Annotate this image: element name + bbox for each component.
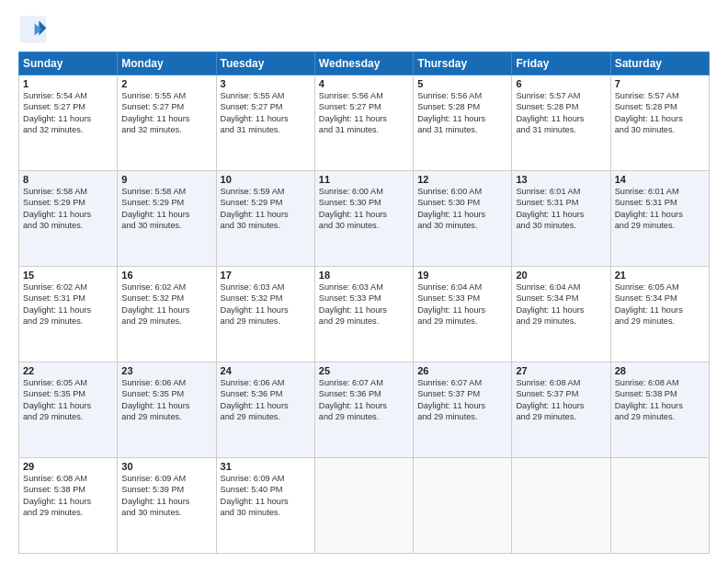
day-info: Sunrise: 6:04 AM Sunset: 5:34 PM Dayligh… [516, 282, 606, 327]
day-info: Sunrise: 5:59 AM Sunset: 5:29 PM Dayligh… [221, 186, 311, 232]
day-number: 10 [221, 174, 311, 185]
day-number: 21 [615, 270, 705, 281]
table-row: 12Sunrise: 6:00 AM Sunset: 5:30 PM Dayli… [414, 171, 512, 267]
col-tuesday: Tuesday [216, 52, 314, 75]
day-number: 15 [23, 270, 113, 281]
day-number: 26 [417, 365, 507, 376]
table-row: 2Sunrise: 5:55 AM Sunset: 5:27 PM Daylig… [118, 75, 216, 171]
table-row: 26Sunrise: 6:07 AM Sunset: 5:37 PM Dayli… [414, 362, 512, 458]
day-number: 31 [221, 461, 311, 472]
day-info: Sunrise: 5:54 AM Sunset: 5:27 PM Dayligh… [23, 90, 113, 136]
col-wednesday: Wednesday [314, 52, 413, 75]
col-thursday: Thursday [414, 52, 512, 75]
day-number: 28 [615, 365, 705, 376]
day-info: Sunrise: 6:03 AM Sunset: 5:32 PM Dayligh… [221, 282, 311, 327]
table-row: 23Sunrise: 6:06 AM Sunset: 5:35 PM Dayli… [118, 362, 216, 458]
table-row: 6Sunrise: 5:57 AM Sunset: 5:28 PM Daylig… [512, 75, 610, 171]
table-row [414, 458, 512, 554]
day-number: 24 [221, 365, 311, 376]
table-row: 29Sunrise: 6:08 AM Sunset: 5:38 PM Dayli… [19, 458, 118, 554]
table-row: 9Sunrise: 5:58 AM Sunset: 5:29 PM Daylig… [118, 171, 216, 267]
day-info: Sunrise: 5:55 AM Sunset: 5:27 PM Dayligh… [121, 90, 211, 136]
table-row: 24Sunrise: 6:06 AM Sunset: 5:36 PM Dayli… [216, 362, 314, 458]
day-info: Sunrise: 6:01 AM Sunset: 5:31 PM Dayligh… [615, 186, 705, 232]
day-info: Sunrise: 6:06 AM Sunset: 5:36 PM Dayligh… [221, 377, 311, 423]
logo [18, 15, 51, 44]
col-monday: Monday [118, 52, 216, 75]
day-number: 5 [417, 78, 507, 89]
week-row-5: 29Sunrise: 6:08 AM Sunset: 5:38 PM Dayli… [19, 458, 710, 554]
day-number: 8 [23, 174, 113, 185]
day-number: 12 [417, 174, 507, 185]
day-info: Sunrise: 6:04 AM Sunset: 5:33 PM Dayligh… [417, 282, 507, 327]
day-number: 7 [615, 78, 705, 89]
table-row: 31Sunrise: 6:09 AM Sunset: 5:40 PM Dayli… [216, 458, 314, 554]
day-number: 29 [23, 461, 113, 472]
day-number: 14 [615, 174, 705, 185]
table-row: 3Sunrise: 5:55 AM Sunset: 5:27 PM Daylig… [216, 75, 314, 171]
day-info: Sunrise: 6:06 AM Sunset: 5:35 PM Dayligh… [121, 377, 211, 423]
day-number: 30 [121, 461, 211, 472]
day-info: Sunrise: 6:09 AM Sunset: 5:40 PM Dayligh… [221, 473, 311, 519]
day-info: Sunrise: 6:05 AM Sunset: 5:35 PM Dayligh… [23, 377, 113, 423]
day-number: 4 [319, 78, 409, 89]
calendar-header: Sunday Monday Tuesday Wednesday Thursday… [19, 52, 710, 75]
day-number: 1 [23, 78, 113, 89]
table-row: 17Sunrise: 6:03 AM Sunset: 5:32 PM Dayli… [216, 267, 314, 362]
day-info: Sunrise: 5:58 AM Sunset: 5:29 PM Dayligh… [121, 186, 211, 232]
day-number: 17 [221, 270, 311, 281]
header [18, 15, 710, 44]
table-row: 25Sunrise: 6:07 AM Sunset: 5:36 PM Dayli… [314, 362, 413, 458]
week-row-3: 15Sunrise: 6:02 AM Sunset: 5:31 PM Dayli… [19, 267, 710, 362]
day-number: 16 [121, 270, 211, 281]
table-row: 30Sunrise: 6:09 AM Sunset: 5:39 PM Dayli… [118, 458, 216, 554]
table-row: 1Sunrise: 5:54 AM Sunset: 5:27 PM Daylig… [19, 75, 118, 171]
day-number: 23 [121, 365, 211, 376]
col-sunday: Sunday [19, 52, 118, 75]
table-row [512, 458, 610, 554]
day-info: Sunrise: 6:07 AM Sunset: 5:37 PM Dayligh… [417, 377, 507, 423]
page: Sunday Monday Tuesday Wednesday Thursday… [0, 0, 728, 563]
day-number: 2 [121, 78, 211, 89]
logo-icon [18, 15, 48, 44]
day-info: Sunrise: 6:02 AM Sunset: 5:31 PM Dayligh… [23, 282, 113, 327]
day-info: Sunrise: 5:55 AM Sunset: 5:27 PM Dayligh… [221, 90, 311, 136]
day-info: Sunrise: 6:03 AM Sunset: 5:33 PM Dayligh… [319, 282, 409, 327]
day-info: Sunrise: 5:56 AM Sunset: 5:28 PM Dayligh… [417, 90, 507, 136]
day-number: 19 [417, 270, 507, 281]
day-info: Sunrise: 6:00 AM Sunset: 5:30 PM Dayligh… [417, 186, 507, 232]
table-row: 22Sunrise: 6:05 AM Sunset: 5:35 PM Dayli… [19, 362, 118, 458]
table-row: 18Sunrise: 6:03 AM Sunset: 5:33 PM Dayli… [314, 267, 413, 362]
day-info: Sunrise: 5:56 AM Sunset: 5:27 PM Dayligh… [319, 90, 409, 136]
table-row: 7Sunrise: 5:57 AM Sunset: 5:28 PM Daylig… [610, 75, 709, 171]
day-info: Sunrise: 6:08 AM Sunset: 5:38 PM Dayligh… [23, 473, 113, 519]
table-row: 20Sunrise: 6:04 AM Sunset: 5:34 PM Dayli… [512, 267, 610, 362]
table-row: 14Sunrise: 6:01 AM Sunset: 5:31 PM Dayli… [610, 171, 709, 267]
calendar-body: 1Sunrise: 5:54 AM Sunset: 5:27 PM Daylig… [19, 75, 710, 554]
table-row: 13Sunrise: 6:01 AM Sunset: 5:31 PM Dayli… [512, 171, 610, 267]
day-number: 3 [221, 78, 311, 89]
day-info: Sunrise: 6:05 AM Sunset: 5:34 PM Dayligh… [615, 282, 705, 327]
table-row: 8Sunrise: 5:58 AM Sunset: 5:29 PM Daylig… [19, 171, 118, 267]
table-row: 21Sunrise: 6:05 AM Sunset: 5:34 PM Dayli… [610, 267, 709, 362]
table-row: 11Sunrise: 6:00 AM Sunset: 5:30 PM Dayli… [314, 171, 413, 267]
week-row-2: 8Sunrise: 5:58 AM Sunset: 5:29 PM Daylig… [19, 171, 710, 267]
day-number: 20 [516, 270, 606, 281]
day-number: 27 [516, 365, 606, 376]
day-info: Sunrise: 5:57 AM Sunset: 5:28 PM Dayligh… [615, 90, 705, 136]
day-info: Sunrise: 6:08 AM Sunset: 5:37 PM Dayligh… [516, 377, 606, 423]
table-row: 4Sunrise: 5:56 AM Sunset: 5:27 PM Daylig… [314, 75, 413, 171]
table-row: 5Sunrise: 5:56 AM Sunset: 5:28 PM Daylig… [414, 75, 512, 171]
table-row: 10Sunrise: 5:59 AM Sunset: 5:29 PM Dayli… [216, 171, 314, 267]
header-row: Sunday Monday Tuesday Wednesday Thursday… [19, 52, 710, 75]
day-info: Sunrise: 5:58 AM Sunset: 5:29 PM Dayligh… [23, 186, 113, 232]
day-number: 6 [516, 78, 606, 89]
table-row: 28Sunrise: 6:08 AM Sunset: 5:38 PM Dayli… [610, 362, 709, 458]
day-number: 22 [23, 365, 113, 376]
col-friday: Friday [512, 52, 610, 75]
day-number: 18 [319, 270, 409, 281]
day-number: 11 [319, 174, 409, 185]
calendar-table: Sunday Monday Tuesday Wednesday Thursday… [18, 52, 710, 554]
day-info: Sunrise: 6:09 AM Sunset: 5:39 PM Dayligh… [121, 473, 211, 519]
col-saturday: Saturday [610, 52, 709, 75]
